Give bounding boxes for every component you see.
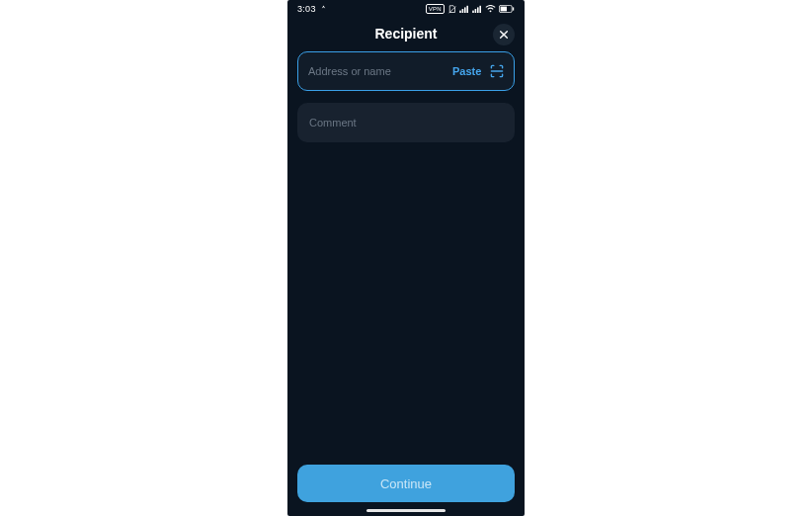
svg-rect-12 bbox=[513, 7, 514, 10]
close-button[interactable] bbox=[493, 24, 515, 45]
svg-rect-8 bbox=[479, 6, 481, 13]
battery-icon bbox=[499, 5, 515, 13]
svg-rect-2 bbox=[462, 9, 464, 13]
header: Recipient bbox=[287, 18, 525, 51]
home-indicator[interactable] bbox=[366, 509, 446, 512]
continue-label: Continue bbox=[380, 476, 432, 491]
svg-rect-4 bbox=[466, 6, 468, 13]
wifi-icon bbox=[485, 5, 496, 13]
comment-field bbox=[297, 103, 515, 142]
status-time: 3:03 bbox=[297, 4, 316, 14]
paste-button[interactable]: Paste bbox=[452, 65, 481, 77]
svg-rect-5 bbox=[472, 11, 474, 13]
no-sim-icon bbox=[447, 5, 456, 14]
address-field: Paste bbox=[297, 51, 515, 91]
svg-rect-11 bbox=[501, 7, 507, 12]
page-title: Recipient bbox=[374, 26, 437, 42]
spacer bbox=[297, 142, 515, 465]
scan-button[interactable] bbox=[489, 63, 505, 79]
vpn-icon: VPN bbox=[426, 4, 445, 14]
content-area: Paste Continue bbox=[287, 51, 525, 516]
scan-icon bbox=[489, 63, 505, 79]
status-eyecare-icon bbox=[320, 4, 327, 14]
svg-rect-1 bbox=[459, 11, 461, 13]
status-bar: 3:03 VPN bbox=[287, 0, 525, 18]
signal-2-icon bbox=[472, 5, 482, 13]
continue-button[interactable]: Continue bbox=[297, 465, 515, 502]
svg-rect-6 bbox=[475, 9, 477, 13]
close-icon bbox=[499, 30, 509, 40]
signal-1-icon bbox=[459, 5, 469, 13]
comment-input[interactable] bbox=[309, 117, 503, 129]
svg-point-9 bbox=[490, 10, 492, 12]
svg-rect-3 bbox=[464, 7, 466, 13]
address-input[interactable] bbox=[308, 65, 445, 77]
svg-rect-7 bbox=[477, 7, 479, 13]
phone-screen: 3:03 VPN Recipient bbox=[287, 0, 525, 516]
